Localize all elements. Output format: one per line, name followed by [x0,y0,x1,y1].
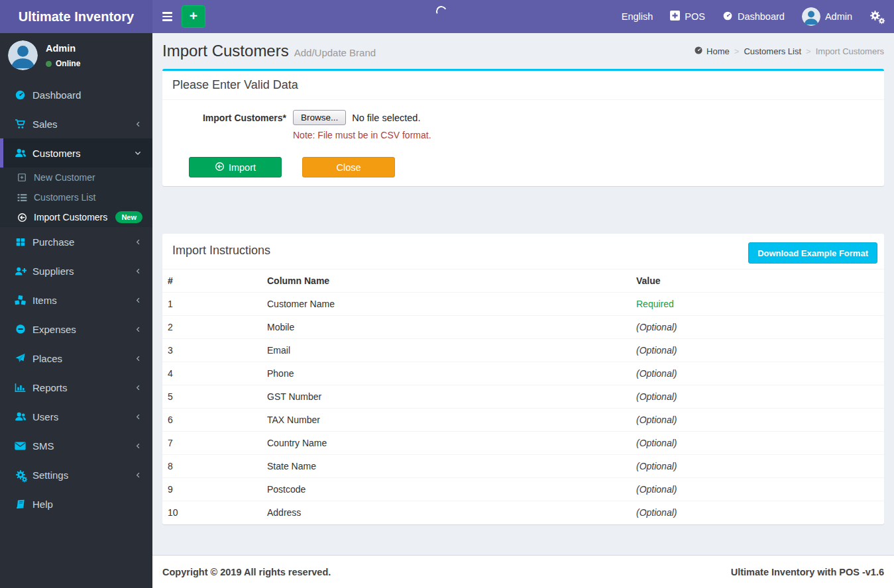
cubes-icon [14,295,27,305]
close-button[interactable]: Close [302,157,395,177]
column-header-num: # [162,270,262,293]
sidebar-item-import-customers[interactable]: Import Customers New [0,207,152,227]
breadcrumb-separator: > [734,46,740,56]
settings-menu[interactable] [861,0,894,33]
chevron-left-icon [135,413,142,420]
sidebar-item-new-customer[interactable]: New Customer [0,168,152,187]
sidebar-item-reports[interactable]: Reports [0,373,152,402]
sidebar-item-label: Help [32,499,53,510]
chevron-left-icon [135,442,142,450]
optional-value: (Optional) [631,316,884,339]
plus-square-icon [670,11,680,23]
table-row: 2 Mobile (Optional) [162,316,884,339]
users-icon [14,148,27,158]
brand-logo[interactable]: Ultimate Inventory [0,0,152,33]
table-row: 9 Postcode (Optional) [162,478,884,501]
book-icon [14,499,27,509]
main-content: Import CustomersAdd/Update Brand Home > … [152,33,894,555]
sidebar-item-label: New Customer [34,172,95,183]
chevron-left-icon [135,238,142,246]
sidebar-item-purchase[interactable]: Purchase [0,227,152,256]
chevron-left-icon [135,326,142,333]
sidebar-item-customers-list[interactable]: Customers List [0,187,152,207]
online-status-icon [46,61,52,67]
chevron-left-icon [135,355,142,362]
top-navbar: Ultimate Inventory + English POS Dashboa… [0,0,894,33]
column-header-value: Value [631,270,884,293]
avatar [802,7,820,26]
loading-spinner-icon [435,5,448,18]
hamburger-icon [162,12,172,14]
file-status-text: No file selected. [352,113,420,123]
chevron-left-icon [135,268,142,275]
language-menu[interactable]: English [613,0,662,33]
sidebar-item-sales[interactable]: Sales [0,109,152,138]
user-plus-icon [14,266,27,276]
sidebar-user-panel: Admin Online [0,33,152,78]
bar-chart-icon [14,383,27,393]
optional-value: (Optional) [631,385,884,409]
quick-add-button[interactable]: + [182,5,205,28]
page-subtitle: Add/Update Brand [294,47,376,58]
optional-value: (Optional) [631,362,884,385]
sidebar-item-suppliers[interactable]: Suppliers [0,256,152,285]
sidebar-item-label: Purchase [32,236,74,248]
table-row: 8 State Name (Optional) [162,455,884,478]
paper-plane-icon [14,353,27,364]
sidebar-item-users[interactable]: Users [0,402,152,431]
chevron-left-icon [135,121,142,128]
sidebar: Admin Online Dashboard Sales Customers N… [0,33,152,588]
avatar [8,40,38,70]
chevron-down-icon [134,149,142,157]
breadcrumb-customers-list[interactable]: Customers List [744,46,801,56]
table-row: 6 TAX Number (Optional) [162,409,884,432]
sidebar-item-settings[interactable]: Settings [0,460,152,489]
gears-icon [869,10,884,23]
content-header: Import CustomersAdd/Update Brand Home > … [162,42,884,60]
sidebar-item-label: Settings [32,469,68,481]
download-example-format-button[interactable]: Download Example Format [748,242,877,264]
table-row: 3 Email (Optional) [162,339,884,362]
main-footer: Copyright © 2019 All rights reserved. Ul… [152,555,894,588]
sidebar-item-label: Items [32,295,57,306]
sidebar-item-expenses[interactable]: Expenses [0,315,152,344]
breadcrumb-home[interactable]: Home [694,46,730,57]
minus-circle-icon [14,324,27,334]
dashboard-label: Dashboard [738,11,785,22]
sidebar-item-customers[interactable]: Customers [0,138,152,168]
table-row: 1 Customer Name Required [162,293,884,316]
sidebar-item-label: Places [32,353,62,364]
pos-link[interactable]: POS [661,0,714,33]
envelope-icon [14,442,27,450]
table-row: 10 Address (Optional) [162,501,884,524]
grid-icon [14,237,27,247]
sidebar-item-label: Reports [32,382,68,393]
sidebar-item-help[interactable]: Help [0,489,152,518]
cart-icon [14,119,27,130]
breadcrumb: Home > Customers List > Import Customers [694,46,884,57]
sidebar-menu: Dashboard Sales Customers New Customer C… [0,80,152,518]
table-row: 4 Phone (Optional) [162,362,884,385]
sidebar-item-dashboard[interactable]: Dashboard [0,80,152,109]
pos-label: POS [685,11,705,22]
optional-value: (Optional) [631,501,884,524]
user-label: Admin [825,11,852,22]
sidebar-toggle-button[interactable] [152,0,182,33]
dashboard-link[interactable]: Dashboard [714,0,793,33]
copyright-text: Copyright © 2019 All rights reserved. [162,567,331,577]
browse-file-button[interactable]: Browse... [293,110,346,125]
csv-format-note: Note: File must be in CSV format. [293,130,431,140]
table-header-row: # Column Name Value [162,270,884,293]
user-menu[interactable]: Admin [793,0,861,33]
import-button[interactable]: Import [189,157,282,177]
customers-submenu: New Customer Customers List Import Custo… [0,168,152,227]
sidebar-item-places[interactable]: Places [0,344,152,373]
chevron-left-icon [135,297,142,304]
table-row: 5 GST Number (Optional) [162,385,884,409]
language-label: English [622,11,653,22]
sidebar-item-items[interactable]: Items [0,285,152,315]
online-status-label: Online [56,59,80,68]
page-title: Import CustomersAdd/Update Brand [162,42,376,60]
sidebar-item-sms[interactable]: SMS [0,431,152,460]
optional-value: (Optional) [631,478,884,501]
